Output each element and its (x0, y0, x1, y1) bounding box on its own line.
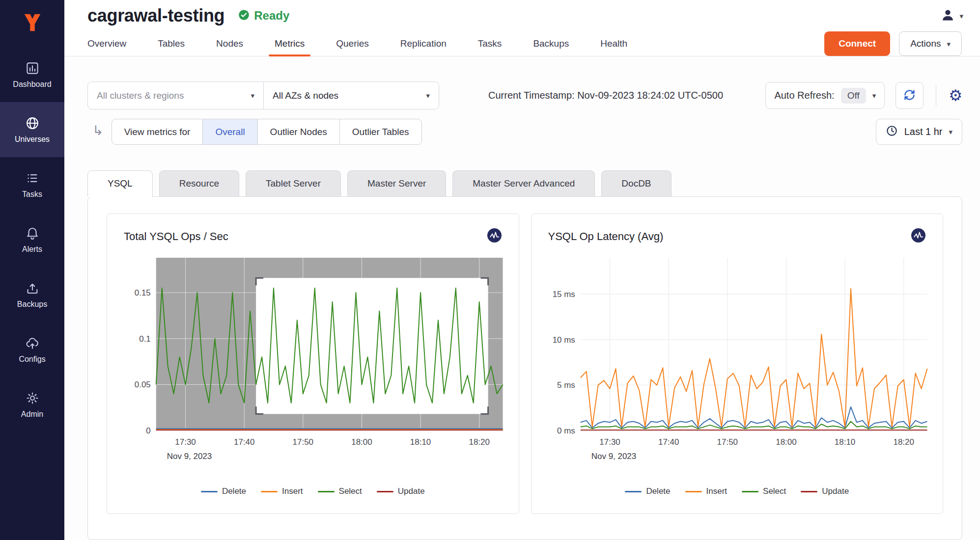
metric-tab-master-server[interactable]: Master Server (347, 170, 446, 196)
tab-tables[interactable]: Tables (158, 31, 185, 56)
check-circle-icon (238, 9, 250, 23)
legend-item[interactable]: Delete (625, 486, 670, 496)
chevron-down-icon: ▾ (426, 92, 430, 99)
sidebar-item-label: Admin (21, 410, 43, 419)
metric-tabs: YSQL Resource Tablet Server Master Serve… (87, 170, 962, 196)
legend-item[interactable]: Update (801, 486, 849, 496)
svg-text:0.05: 0.05 (135, 380, 151, 389)
chart-title: Total YSQL Ops / Sec (124, 230, 228, 243)
topbar: cagrawal-testing Ready ▾ (64, 0, 980, 31)
chevron-down-icon: ▾ (872, 92, 876, 99)
sidebar-nav: Dashboard Universes Tasks Alerts (0, 47, 64, 432)
cluster-region-select-value: All clusters & regions (97, 90, 184, 101)
legend-item[interactable]: Select (742, 486, 786, 496)
chart-legend: DeleteInsertSelectUpdate (541, 485, 933, 496)
tab-nodes[interactable]: Nodes (216, 31, 243, 56)
legend-swatch (625, 491, 642, 492)
metric-tab-ysql[interactable]: YSQL (87, 170, 153, 196)
view-mode-outlier-tables[interactable]: Outlier Tables (339, 119, 421, 144)
chevron-down-icon: ▾ (959, 12, 963, 20)
legend-swatch (318, 491, 335, 492)
svg-text:0 ms: 0 ms (557, 426, 575, 435)
sidebar-item-dashboard[interactable]: Dashboard (0, 47, 64, 102)
auto-refresh-label: Auto Refresh: (774, 90, 834, 101)
tasks-icon (25, 171, 40, 186)
tab-queries[interactable]: Queries (336, 31, 369, 56)
metrics-badge-icon[interactable] (911, 228, 926, 245)
user-menu[interactable]: ▾ (940, 7, 963, 25)
sidebar-item-universes[interactable]: Universes (0, 102, 64, 157)
svg-text:Nov 9, 2023: Nov 9, 2023 (167, 452, 212, 461)
app-root: Dashboard Universes Tasks Alerts (0, 0, 980, 540)
branch-arrow-icon: ↳ (92, 123, 104, 138)
time-range-value: Last 1 hr (904, 126, 943, 137)
sidebar-item-backups[interactable]: Backups (0, 267, 64, 322)
tab-metrics[interactable]: Metrics (275, 31, 305, 56)
metrics-badge-icon[interactable] (487, 228, 502, 245)
svg-text:18:20: 18:20 (893, 437, 914, 447)
ysql-ops-chart[interactable]: 00.050.10.1517:3017:4017:5018:0018:1018:… (117, 250, 509, 485)
current-timestamp: Current Timestamp: Nov-09-2023 18:24:02 … (488, 90, 723, 101)
legend-item[interactable]: Insert (261, 486, 303, 496)
metric-tab-docdb[interactable]: DocDB (601, 170, 671, 196)
view-mode-outlier-nodes[interactable]: Outlier Nodes (257, 119, 339, 144)
auto-refresh-control[interactable]: Auto Refresh: Off ▾ (765, 82, 885, 109)
legend-label: Select (763, 486, 786, 496)
svg-text:17:40: 17:40 (234, 437, 254, 447)
svg-text:18:10: 18:10 (410, 437, 431, 447)
legend-label: Delete (222, 486, 246, 496)
svg-text:17:30: 17:30 (599, 437, 620, 447)
legend-swatch (201, 491, 218, 492)
connect-button[interactable]: Connect (824, 31, 890, 56)
configs-cloud-icon (25, 336, 40, 351)
cluster-az-select-group: All clusters & regions ▾ All AZs & nodes… (87, 81, 439, 109)
yugabyte-logo[interactable] (0, 0, 64, 47)
tab-bar: Overview Tables Nodes Metrics Queries Re… (64, 31, 980, 56)
ysql-latency-chart[interactable]: 0 ms5 ms10 ms15 ms17:3017:4017:5018:0018… (541, 250, 933, 485)
metric-tab-resource[interactable]: Resource (159, 170, 239, 196)
svg-text:18:20: 18:20 (469, 437, 489, 447)
az-node-select[interactable]: All AZs & nodes ▾ (263, 82, 439, 109)
view-mode-overall[interactable]: Overall (202, 119, 257, 144)
view-metrics-row: ↳ View metrics for Overall Outlier Nodes… (87, 119, 962, 145)
refresh-button[interactable] (896, 82, 924, 109)
svg-text:0: 0 (146, 426, 150, 435)
sidebar-item-tasks[interactable]: Tasks (0, 157, 64, 212)
legend-item[interactable]: Update (377, 486, 425, 496)
chevron-down-icon: ▾ (251, 92, 254, 99)
az-node-select-value: All AZs & nodes (273, 90, 338, 101)
tab-health[interactable]: Health (600, 31, 627, 56)
tab-backups[interactable]: Backups (533, 31, 569, 56)
settings-gear-icon[interactable]: ⚙ (949, 88, 962, 103)
status-text: Ready (254, 9, 289, 23)
sidebar-item-label: Alerts (22, 245, 42, 254)
sidebar-item-configs[interactable]: Configs (0, 322, 64, 377)
metric-tab-tablet-server[interactable]: Tablet Server (246, 170, 341, 196)
charts-panel: Total YSQL Ops / Sec 00.050.10.1517:3017… (87, 196, 962, 540)
svg-text:18:10: 18:10 (834, 437, 855, 447)
yugabyte-logo-icon (21, 11, 44, 36)
tab-overview[interactable]: Overview (87, 31, 126, 56)
metric-tab-master-server-advanced[interactable]: Master Server Advanced (452, 170, 595, 196)
sidebar-item-label: Configs (19, 355, 45, 364)
tab-tasks[interactable]: Tasks (478, 31, 502, 56)
universes-icon (25, 116, 40, 131)
sidebar-item-admin[interactable]: Admin (0, 377, 64, 432)
actions-button[interactable]: Actions ▾ (899, 31, 962, 56)
legend-item[interactable]: Insert (685, 486, 728, 496)
legend-swatch (261, 491, 278, 492)
svg-text:17:40: 17:40 (658, 437, 678, 447)
clock-icon (886, 125, 898, 139)
legend-label: Select (339, 486, 362, 496)
cluster-region-select[interactable]: All clusters & regions ▾ (88, 82, 263, 109)
time-range-select[interactable]: Last 1 hr ▾ (876, 119, 962, 145)
actions-button-label: Actions (910, 38, 941, 49)
legend-item[interactable]: Delete (201, 486, 246, 496)
sidebar-item-label: Tasks (22, 190, 42, 199)
auto-refresh-value[interactable]: Off (841, 88, 866, 104)
svg-text:17:50: 17:50 (293, 437, 313, 447)
tab-replication[interactable]: Replication (400, 31, 447, 56)
sidebar-item-alerts[interactable]: Alerts (0, 212, 64, 267)
user-avatar-icon (940, 7, 955, 25)
legend-item[interactable]: Select (318, 486, 362, 496)
